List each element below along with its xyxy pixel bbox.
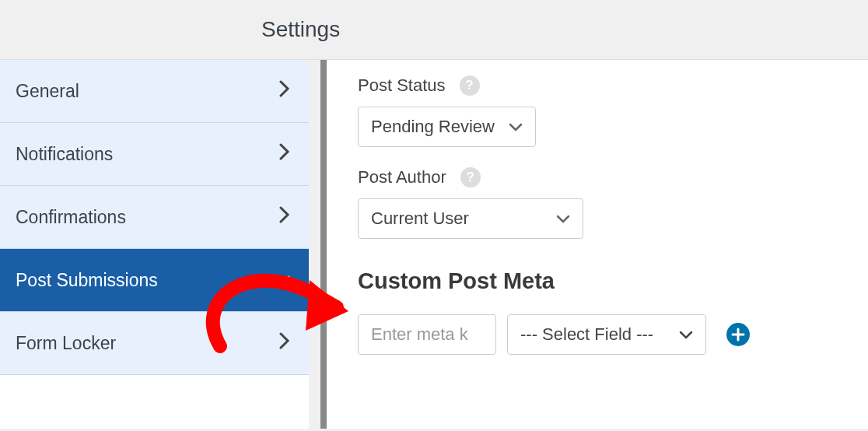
custom-meta-row: --- Select Field --- [358, 314, 837, 355]
settings-header: Settings [0, 0, 868, 60]
sidebar-item-post-submissions[interactable]: Post Submissions [0, 249, 309, 312]
label-text: Post Status [358, 75, 446, 96]
settings-sidebar: General Notifications Confirmations Post… [0, 60, 309, 429]
sidebar-item-label: Notifications [16, 144, 113, 165]
chevron-down-icon [679, 324, 693, 345]
chevron-down-icon [509, 117, 523, 137]
sidebar-item-notifications[interactable]: Notifications [0, 123, 309, 186]
chevron-right-icon [279, 332, 290, 354]
page-title: Settings [261, 17, 868, 42]
sidebar-item-label: Form Locker [16, 333, 116, 354]
select-value: Pending Review [371, 117, 495, 137]
chevron-down-icon [273, 269, 290, 291]
sidebar-item-label: Confirmations [16, 207, 126, 228]
sidebar-item-confirmations[interactable]: Confirmations [0, 186, 309, 249]
help-icon[interactable]: ? [460, 75, 480, 96]
settings-content: Post Status ? Pending Review Post Author… [320, 60, 868, 429]
sidebar-item-label: General [16, 81, 79, 102]
main-container: General Notifications Confirmations Post… [0, 60, 868, 429]
chevron-down-icon [556, 208, 570, 229]
post-status-label: Post Status ? [358, 75, 837, 96]
custom-post-meta-title: Custom Post Meta [358, 268, 837, 294]
post-status-select[interactable]: Pending Review [358, 107, 536, 147]
chevron-right-icon [279, 206, 290, 228]
help-icon[interactable]: ? [460, 167, 481, 187]
sidebar-item-label: Post Submissions [16, 270, 158, 291]
chevron-right-icon [279, 80, 290, 102]
chevron-right-icon [279, 143, 290, 165]
sidebar-item-form-locker[interactable]: Form Locker [0, 312, 309, 375]
label-text: Post Author [358, 167, 446, 187]
select-placeholder: --- Select Field --- [520, 324, 653, 345]
select-value: Current User [371, 208, 469, 229]
post-author-group: Post Author ? Current User [358, 167, 837, 239]
meta-field-select[interactable]: --- Select Field --- [507, 314, 706, 355]
meta-key-input[interactable] [358, 314, 496, 355]
post-author-label: Post Author ? [358, 167, 837, 187]
post-author-select[interactable]: Current User [358, 198, 583, 239]
add-meta-button[interactable] [726, 323, 750, 346]
post-status-group: Post Status ? Pending Review [358, 75, 837, 147]
sidebar-item-general[interactable]: General [0, 60, 309, 123]
